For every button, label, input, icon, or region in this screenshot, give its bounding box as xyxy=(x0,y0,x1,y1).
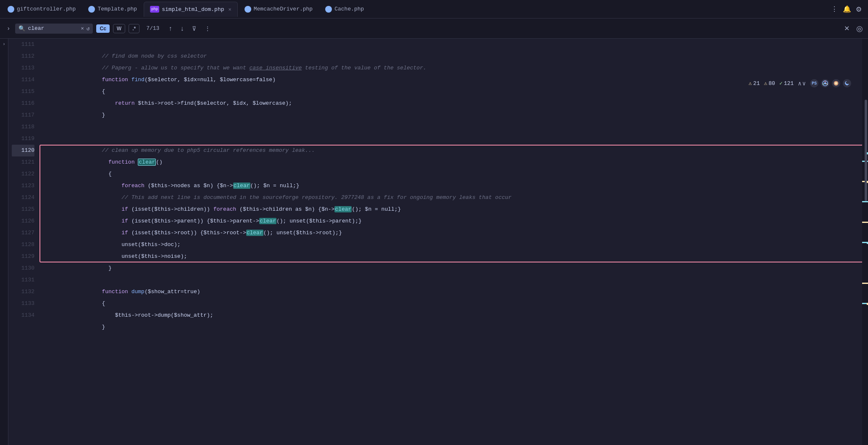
ai-assistant-button[interactable]: ◎ xyxy=(856,24,863,33)
edge-icon[interactable] xyxy=(843,79,851,87)
code-line-1122: foreach ($this->nodes as $n) {$n->clear(… xyxy=(43,168,857,180)
collapse-sidebar-button[interactable]: › xyxy=(5,24,12,34)
status-overlay: ⚠ 21 ⚠ 80 ✓ 121 ∧ ∨ PS xyxy=(749,79,851,87)
code-line-1118 xyxy=(43,121,857,133)
code-line-1116: } xyxy=(43,98,857,109)
warning-icon-2: ⚠ xyxy=(764,80,767,87)
search-counter: 7/13 xyxy=(143,25,163,32)
filter-button[interactable]: ⊽ xyxy=(189,24,199,34)
svg-point-1 xyxy=(824,82,826,85)
whole-word-button[interactable]: W xyxy=(113,24,125,33)
tab-bar: giftcontroller.php Template.php php simp… xyxy=(0,0,868,19)
php-badge-icon: php xyxy=(150,6,159,13)
php-file-icon xyxy=(325,6,332,13)
search-options-button[interactable]: ⋮ xyxy=(202,24,213,34)
editor-area: › ⚠ 21 ⚠ 80 ✓ 121 ∧ ∨ PS xyxy=(0,39,868,445)
tab-cache[interactable]: Cache.php xyxy=(319,2,370,17)
scrollbar-thumb[interactable] xyxy=(865,100,867,201)
firefox-icon[interactable] xyxy=(832,79,840,87)
code-line-1133: $this->root->dump($show_attr); xyxy=(43,298,857,310)
chrome-icon[interactable] xyxy=(821,79,829,87)
line-number: 1121 xyxy=(12,156,34,168)
code-line-1128: unset($this->noise); xyxy=(43,239,857,251)
code-line-1120: function clear() xyxy=(43,145,857,156)
line-number: 1130 xyxy=(12,262,34,274)
line-number: 1113 xyxy=(12,62,34,74)
tab-simple-html-dom[interactable]: php simple_html_dom.php ✕ xyxy=(144,2,238,17)
line-number: 1131 xyxy=(12,274,34,286)
clear-search-button[interactable]: ✕ xyxy=(81,25,84,32)
code-lines: // find dom node by css selector // Pape… xyxy=(38,39,862,321)
search-icon: 🔍 xyxy=(18,25,25,32)
expand-icon[interactable]: › xyxy=(3,42,5,47)
search-prev-button[interactable]: ↑ xyxy=(166,23,174,34)
code-line-1132: { xyxy=(43,286,857,298)
warning-icon: ⚠ xyxy=(749,80,752,87)
search-input[interactable] xyxy=(28,25,78,32)
line-number: 1119 xyxy=(12,133,34,145)
svg-point-6 xyxy=(835,82,837,85)
code-line-1134: } xyxy=(43,310,857,321)
line-number: 1123 xyxy=(12,180,34,192)
line-number: 1114 xyxy=(12,74,34,86)
tab-giftcontroller[interactable]: giftcontroller.php xyxy=(2,2,82,17)
search-bar: › 🔍 ✕ ↺ Cc W .* 7/13 ↑ ↓ ⊽ ⋮ ✕ ◎ xyxy=(0,19,868,39)
code-line-1129: } xyxy=(43,251,857,262)
settings-icon[interactable]: ⚙ xyxy=(856,4,861,14)
php-file-icon xyxy=(8,6,14,13)
tab-label: MemcacheDriver.php xyxy=(254,6,313,12)
code-line-1124: if (isset($this->children)) foreach ($th… xyxy=(43,192,857,204)
code-line-1111: // find dom node by css selector xyxy=(43,39,857,50)
code-line-1112: // Paperg - allow us to specify that we … xyxy=(43,50,857,62)
line-number: 1126 xyxy=(12,215,34,227)
regex-button[interactable]: .* xyxy=(129,24,139,33)
line-number: 1117 xyxy=(12,109,34,121)
code-line-1119: // clean up memory due to php5 circular … xyxy=(43,133,857,145)
php-file-icon xyxy=(88,6,95,13)
search-input-wrapper: 🔍 ✕ ↺ xyxy=(15,24,93,34)
line-number: 1129 xyxy=(12,251,34,262)
left-sidebar: › xyxy=(0,39,8,445)
warning-count-label: 21 xyxy=(753,80,760,87)
tab-label: Cache.php xyxy=(334,6,364,12)
scrollbar[interactable] xyxy=(862,39,868,445)
tab-label: Template.php xyxy=(97,6,137,12)
code-line-1117 xyxy=(43,109,857,121)
scrollbar-match xyxy=(862,222,868,223)
warning-count-2: ⚠ 80 xyxy=(764,80,775,87)
code-content[interactable]: // find dom node by css selector // Pape… xyxy=(38,39,862,445)
php-file-icon xyxy=(245,6,251,13)
line-number: 1124 xyxy=(12,192,34,204)
warning-count-label-2: 80 xyxy=(768,80,775,87)
line-number: 1122 xyxy=(12,168,34,180)
line-number: 1116 xyxy=(12,98,34,109)
code-line-1125: if (isset($this->parent)) {$this->parent… xyxy=(43,204,857,215)
check-count-label: 121 xyxy=(784,80,794,87)
code-line-1115: return $this->root->find($selector, $idx… xyxy=(43,86,857,98)
case-sensitive-button[interactable]: Cc xyxy=(96,24,109,33)
code-line-1114: { xyxy=(43,74,857,86)
chevron-up-icon[interactable]: ∧ xyxy=(798,80,801,87)
phpstorm-icon[interactable]: PS xyxy=(810,79,818,87)
line-number: 1128 xyxy=(12,239,34,251)
tab-template[interactable]: Template.php xyxy=(82,2,143,17)
tab-label: giftcontroller.php xyxy=(17,6,76,12)
search-next-button[interactable]: ↓ xyxy=(178,23,186,34)
check-count: ✓ 121 xyxy=(779,80,794,87)
code-line-1127: unset($this->doc); xyxy=(43,227,857,239)
close-search-button[interactable]: ✕ xyxy=(844,24,850,32)
chevron-down-icon[interactable]: ∨ xyxy=(802,80,806,87)
code-container: ⚠ 21 ⚠ 80 ✓ 121 ∧ ∨ PS xyxy=(8,39,868,445)
warning-count-1: ⚠ 21 xyxy=(749,80,760,87)
line-number: 1111 xyxy=(12,39,34,50)
line-number: 1127 xyxy=(12,227,34,239)
more-options-icon[interactable]: ⋮ xyxy=(831,5,838,13)
check-icon: ✓ xyxy=(779,80,783,87)
code-line-1113: function find($selector, $idx=null, $low… xyxy=(43,62,857,74)
search-history-button[interactable]: ↺ xyxy=(87,25,90,32)
code-line-1130 xyxy=(43,262,857,274)
tab-memcachedriver[interactable]: MemcacheDriver.php xyxy=(239,2,318,17)
line-number-active: 1120 xyxy=(12,145,34,156)
notifications-icon[interactable]: 🔔 xyxy=(843,5,851,13)
tab-close-button[interactable]: ✕ xyxy=(229,6,231,13)
